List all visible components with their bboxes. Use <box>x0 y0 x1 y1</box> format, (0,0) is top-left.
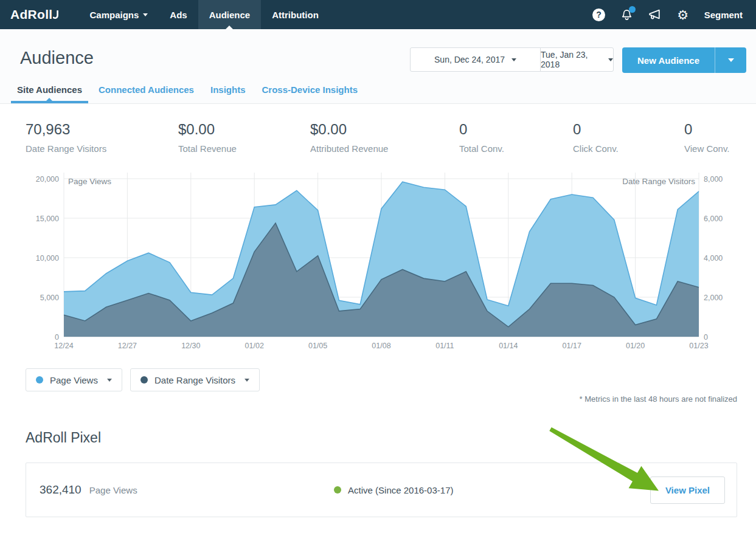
metrics-footnote: * Metrics in the last 48 hours are not f… <box>0 394 737 404</box>
new-audience-button[interactable]: New Audience <box>622 47 715 73</box>
stat-value: $0.00 <box>310 121 459 138</box>
page-views-value: 362,410 <box>40 483 81 497</box>
adroll-logo-tail-icon <box>53 10 59 20</box>
chevron-down-icon <box>608 58 613 61</box>
segment-link[interactable]: Segment <box>697 10 751 20</box>
tab-label: Cross-Device Insights <box>262 84 358 95</box>
pixel-status-dot <box>334 486 341 494</box>
gear-icon: ⚙ <box>677 9 688 21</box>
nav-item-ads[interactable]: Ads <box>159 0 198 29</box>
stat-value: 70,963 <box>26 121 178 138</box>
pixel-pageviews: 362,410 Page Views <box>40 483 137 497</box>
stat-date-range-visitors: 70,963Date Range Visitors <box>26 121 178 154</box>
chevron-down-icon <box>107 379 112 382</box>
x-axis-tick: 01/17 <box>563 342 581 350</box>
chevron-down-icon <box>728 58 734 62</box>
help-icon[interactable]: ? <box>585 0 613 29</box>
tab-cross-device-insights[interactable]: Cross-Device Insights <box>262 84 358 103</box>
date-range-end-value: Tue, Jan 23, 2018 <box>541 50 602 69</box>
top-nav: AdRoll CampaignsAdsAudienceAttribution ? <box>0 0 756 29</box>
adroll-logo[interactable]: AdRoll <box>0 0 70 29</box>
right-axis-tick: 4,000 <box>704 254 723 263</box>
tab-label: Insights <box>210 84 246 95</box>
stat-value: 0 <box>684 121 737 138</box>
right-axis-title: Date Range Visitors <box>622 177 695 186</box>
right-axis-tick: 0 <box>704 333 708 342</box>
nav-item-label: Attribution <box>272 10 319 20</box>
stat-attributed-revenue: $0.00Attributed Revenue <box>310 121 459 154</box>
help-glyph: ? <box>592 9 605 21</box>
left-axis-tick: 10,000 <box>36 254 59 263</box>
nav-item-audience[interactable]: Audience <box>198 0 262 29</box>
stat-label: Total Conv. <box>459 143 573 154</box>
tab-connected-audiences[interactable]: Connected Audiences <box>99 84 194 103</box>
legend-toggle-page-views[interactable]: Page Views <box>26 368 122 391</box>
stat-label: Attributed Revenue <box>310 143 459 154</box>
new-audience-split-button: New Audience <box>622 47 746 73</box>
new-audience-dropdown[interactable] <box>715 47 746 73</box>
right-axis-tick: 6,000 <box>704 215 723 223</box>
nav-item-label: Audience <box>209 10 251 20</box>
x-axis-tick: 12/27 <box>118 342 137 350</box>
x-axis-tick: 01/02 <box>245 342 264 350</box>
chart-legend: Page ViewsDate Range Visitors <box>26 368 756 391</box>
x-axis-tick: 01/08 <box>372 342 390 350</box>
nav-item-campaigns[interactable]: Campaigns <box>78 0 159 29</box>
view-pixel-button[interactable]: View Pixel <box>650 476 725 504</box>
left-axis-tick: 20,000 <box>36 175 59 184</box>
date-range-start-value: Sun, Dec 24, 2017 <box>434 55 505 64</box>
megaphone-icon <box>647 7 662 22</box>
nav-items: CampaignsAdsAudienceAttribution <box>78 0 329 29</box>
stat-view-conv: 0View Conv. <box>684 121 737 154</box>
pixel-section-title: AdRoll Pixel <box>26 430 756 446</box>
tab-site-audiences[interactable]: Site Audiences <box>17 84 82 103</box>
stat-total-conv: 0Total Conv. <box>459 121 573 154</box>
x-axis-tick: 01/20 <box>626 342 645 350</box>
notifications-icon[interactable] <box>613 0 641 29</box>
nav-right: ? ⚙ Segment <box>585 0 756 29</box>
tab-label: Site Audiences <box>17 84 82 95</box>
x-axis-tick: 01/14 <box>499 342 518 350</box>
x-axis-tick: 01/11 <box>435 342 454 350</box>
nav-item-label: Campaigns <box>89 10 139 20</box>
pixel-status-text: Active (Since 2016-03-17) <box>348 485 453 495</box>
tab-insights[interactable]: Insights <box>210 84 246 103</box>
adroll-logo-text: AdRoll <box>10 7 52 22</box>
chevron-down-icon <box>512 58 516 61</box>
stat-label: Click Conv. <box>573 143 684 154</box>
announcements-icon[interactable] <box>641 0 669 29</box>
page-header: Audience Sun, Dec 24, 2017 Tue, Jan 23, … <box>0 29 756 104</box>
nav-item-label: Ads <box>170 10 187 20</box>
x-axis-tick: 12/24 <box>54 342 73 350</box>
legend-dot <box>36 376 43 384</box>
stat-total-revenue: $0.00Total Revenue <box>178 121 310 154</box>
legend-label: Page Views <box>50 375 98 385</box>
date-range-start[interactable]: Sun, Dec 24, 2017 <box>410 47 541 72</box>
stat-value: 0 <box>459 121 573 138</box>
left-axis-title: Page Views <box>68 177 111 186</box>
legend-toggle-date-range-visitors[interactable]: Date Range Visitors <box>130 368 260 391</box>
page-title: Audience <box>20 48 94 68</box>
right-axis-tick: 2,000 <box>704 294 723 302</box>
left-axis-tick: 15,000 <box>36 215 59 223</box>
header-controls: Sun, Dec 24, 2017 Tue, Jan 23, 2018 New … <box>410 47 746 73</box>
stat-value: 0 <box>573 121 684 138</box>
stat-label: Total Revenue <box>178 143 310 154</box>
date-range-end[interactable]: Tue, Jan 23, 2018 <box>540 47 614 72</box>
active-tab-underline <box>11 101 88 103</box>
stats-row: 70,963Date Range Visitors$0.00Total Reve… <box>0 104 756 154</box>
nav-item-attribution[interactable]: Attribution <box>261 0 330 29</box>
tab-bar: Site AudiencesConnected AudiencesInsight… <box>17 84 374 103</box>
x-axis-tick: 12/30 <box>181 342 200 350</box>
legend-dot <box>140 376 148 384</box>
pixel-status: Active (Since 2016-03-17) <box>137 485 650 495</box>
x-axis-tick: 01/23 <box>689 342 708 350</box>
settings-icon[interactable]: ⚙ <box>669 0 697 29</box>
left-axis-tick: 0 <box>55 333 59 342</box>
page-views-label: Page Views <box>89 485 137 495</box>
stat-label: View Conv. <box>684 143 737 154</box>
tab-label: Connected Audiences <box>99 84 194 95</box>
stat-label: Date Range Visitors <box>26 143 178 154</box>
chart-svg: 05,00010,00015,00020,00002,0004,0006,000… <box>0 170 756 353</box>
pixel-card: 362,410 Page Views Active (Since 2016-03… <box>26 463 737 517</box>
